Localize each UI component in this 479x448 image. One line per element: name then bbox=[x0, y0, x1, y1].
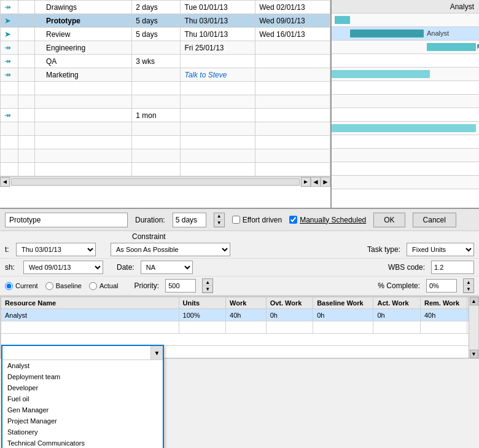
table-row[interactable]: ↠ Engineering Fri 25/01/13 bbox=[1, 41, 330, 55]
resource-table: Resource Name Units Work Ovt. Work Basel… bbox=[1, 297, 478, 358]
resource-row-analyst[interactable]: Analyst 100% 40h 0h 0h 0h 40h bbox=[1, 309, 478, 321]
resource-dropdown[interactable]: ▼ Analyst Deployment team Developer Fuel… bbox=[1, 345, 164, 448]
gantt-bar-row bbox=[332, 108, 479, 122]
manually-scheduled-checkbox[interactable] bbox=[289, 216, 297, 224]
current-label: Current bbox=[15, 282, 38, 289]
current-radio-group: Current bbox=[5, 282, 38, 290]
dropdown-item-project-manager[interactable]: Project Manager bbox=[2, 415, 163, 426]
duration-up-button[interactable]: ▲ bbox=[214, 213, 224, 220]
col-ovt-work: Ovt. Work bbox=[266, 297, 313, 309]
actual-radio[interactable] bbox=[89, 282, 97, 290]
gantt-section: ↠ Drawings 2 days Tue 01/01/13 Wed 02/01… bbox=[0, 0, 479, 209]
nav-next-icon[interactable]: ► bbox=[321, 177, 330, 187]
finish-date-select[interactable]: Wed 09/01/13 bbox=[23, 261, 103, 274]
row-icon: ↠ bbox=[1, 41, 18, 55]
resource-name-edit-cell[interactable]: ▼ Analyst Deployment team Developer Fuel… bbox=[1, 321, 179, 334]
table-row bbox=[1, 95, 330, 109]
dropdown-item-stationery[interactable]: Stationery bbox=[2, 426, 163, 438]
cba-priority-row: Current Baseline Actual Priority: ▲ ▼ % … bbox=[0, 277, 479, 296]
start-cell: Thu 03/01/13 bbox=[181, 14, 255, 28]
dropdown-item-technical-comms[interactable]: Technical Communicators bbox=[2, 438, 163, 448]
view-mode-group: Current Baseline Actual bbox=[5, 282, 118, 290]
h-scrollbar-track[interactable] bbox=[11, 178, 300, 186]
row-num bbox=[18, 55, 35, 68]
gantt-bar-row bbox=[332, 135, 479, 149]
duration-cell: 3 wks bbox=[132, 55, 181, 68]
wbs-label: WBS code: bbox=[388, 263, 425, 272]
dropdown-item-developer[interactable]: Developer bbox=[2, 382, 163, 393]
resource-baseline-cell bbox=[313, 321, 373, 334]
percent-spinner[interactable]: ▲ ▼ bbox=[463, 278, 474, 293]
table-row[interactable]: ↠ Drawings 2 days Tue 01/01/13 Wed 02/01… bbox=[1, 1, 330, 14]
resource-baseline-cell: 0h bbox=[313, 309, 373, 321]
finish-cell bbox=[255, 109, 330, 122]
dropdown-item-analyst[interactable]: Analyst bbox=[2, 360, 163, 371]
priority-down-button[interactable]: ▼ bbox=[203, 286, 212, 293]
scroll-up-button[interactable]: ▲ bbox=[470, 297, 478, 305]
manual-task-icon: ↠ bbox=[4, 57, 11, 66]
v-scrollbar-track[interactable] bbox=[470, 305, 478, 350]
current-radio[interactable] bbox=[5, 282, 13, 290]
priority-input[interactable] bbox=[165, 279, 196, 293]
cancel-button[interactable]: Cancel bbox=[413, 213, 456, 227]
manual-task-icon: ↠ bbox=[4, 111, 11, 120]
priority-up-button[interactable]: ▲ bbox=[203, 279, 212, 286]
baseline-radio-group: Baseline bbox=[45, 282, 82, 290]
task-icon: ➤ bbox=[4, 29, 11, 39]
table-row[interactable]: ➤ Prototype 5 days Thu 03/01/13 Wed 09/0… bbox=[1, 14, 330, 28]
wbs-input[interactable] bbox=[431, 261, 474, 274]
resource-row-new[interactable]: ▼ Analyst Deployment team Developer Fuel… bbox=[1, 321, 478, 334]
ok-button[interactable]: OK bbox=[373, 213, 405, 227]
percent-complete-label: % Complete: bbox=[378, 281, 420, 290]
resource-v-scrollbar[interactable]: ▲ ▼ bbox=[469, 297, 478, 358]
resource-work-cell: 40h bbox=[226, 309, 267, 321]
finish-cell bbox=[255, 55, 330, 68]
gantt-bar-row bbox=[332, 162, 479, 176]
percent-up-button[interactable]: ▲ bbox=[464, 279, 473, 286]
start-date-select[interactable]: Thu 03/01/13 bbox=[16, 243, 96, 256]
dropdown-search-input[interactable] bbox=[2, 346, 150, 360]
resource-work-cell bbox=[226, 321, 267, 334]
dropdown-item-deployment[interactable]: Deployment team bbox=[2, 371, 163, 382]
task-name-cell: Drawings bbox=[35, 1, 132, 14]
dropdown-item-gen-manager[interactable]: Gen Manager bbox=[2, 404, 163, 415]
gantt-bar-row bbox=[332, 122, 479, 135]
scroll-right-arrow[interactable]: ► bbox=[301, 177, 311, 187]
gantt-h-scrollbar[interactable]: ◄ ► ◄ ► bbox=[0, 176, 330, 186]
table-row[interactable]: ↠ 1 mon bbox=[1, 109, 330, 122]
constraint-type-select[interactable]: As Soon As Possible As Late As Possible bbox=[111, 243, 230, 256]
table-row bbox=[1, 82, 330, 95]
duration-spinner[interactable]: ▲ ▼ bbox=[214, 213, 225, 227]
task-type-select[interactable]: Fixed Units Fixed Duration Fixed Work bbox=[407, 243, 474, 256]
task-name-cell: Review bbox=[35, 28, 132, 41]
date-select-constraint[interactable]: NA bbox=[141, 261, 193, 274]
baseline-radio[interactable] bbox=[45, 282, 53, 290]
effort-driven-checkbox[interactable] bbox=[232, 216, 240, 224]
scroll-left-arrow[interactable]: ◄ bbox=[0, 177, 10, 187]
duration-down-button[interactable]: ▼ bbox=[214, 220, 224, 227]
dropdown-item-fuel-oil[interactable]: Fuel oil bbox=[2, 393, 163, 404]
constraint-section: Constraint t: Thu 03/01/13 As Soon As Po… bbox=[0, 231, 479, 296]
start-label: t: bbox=[5, 245, 10, 254]
resource-row-empty bbox=[1, 334, 478, 346]
dropdown-arrow-button[interactable]: ▼ bbox=[150, 346, 163, 360]
resource-section: Resource Name Units Work Ovt. Work Basel… bbox=[0, 296, 479, 359]
table-row[interactable]: ➤ Review 5 days Thu 10/01/13 Wed 16/01/1… bbox=[1, 28, 330, 41]
percent-down-button[interactable]: ▼ bbox=[464, 286, 473, 293]
gantt-bar-row bbox=[332, 68, 479, 81]
table-row[interactable]: ↠ QA 3 wks bbox=[1, 55, 330, 68]
priority-spinner[interactable]: ▲ ▼ bbox=[202, 278, 213, 293]
task-name-input[interactable] bbox=[5, 213, 128, 227]
duration-cell: 5 days bbox=[132, 28, 181, 41]
scroll-down-button[interactable]: ▼ bbox=[470, 350, 478, 358]
duration-input[interactable] bbox=[173, 213, 206, 227]
row-num bbox=[18, 41, 35, 55]
row-icon: ↠ bbox=[1, 55, 18, 68]
col-units: Units bbox=[179, 297, 225, 309]
percent-complete-input[interactable] bbox=[426, 279, 457, 293]
nav-prev-icon[interactable]: ◄ bbox=[311, 177, 321, 187]
resource-name-cell: Analyst bbox=[1, 309, 179, 321]
table-row[interactable]: ↠ Marketing Talk to Steve bbox=[1, 68, 330, 82]
gantt-header-label: Analyst bbox=[450, 2, 474, 11]
resource-ovt-cell bbox=[266, 321, 313, 334]
